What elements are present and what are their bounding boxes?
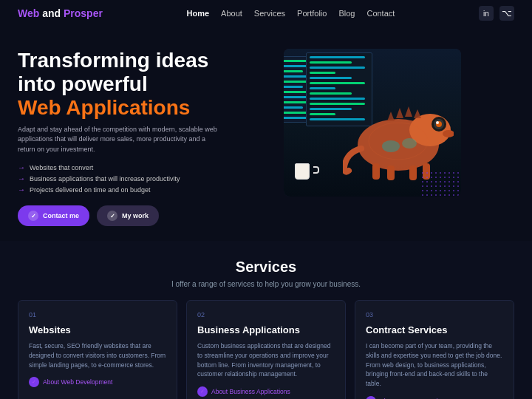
dots-decoration (420, 171, 461, 197)
service-num-2: 02 (197, 311, 335, 318)
contact-icon: ✓ (28, 211, 38, 221)
service-card-contract: 03 Contract Services I can become part o… (355, 300, 514, 399)
work-icon: ✓ (107, 211, 117, 221)
service-link-icon-1: ✓ (29, 377, 39, 387)
svg-marker-8 (396, 108, 403, 118)
bullet-2: Business applications that will increase… (18, 174, 269, 183)
svg-point-16 (382, 140, 400, 152)
hero-image (284, 49, 461, 197)
hero-title-line2: into powerful (18, 72, 148, 95)
code-line (310, 113, 335, 115)
services-section: Services I offer a range of services to … (0, 241, 532, 399)
nav-portfolio[interactable]: Portfolio (297, 9, 327, 18)
social-icons: in ⌥ (479, 6, 514, 21)
code-line (310, 56, 365, 58)
hero-title-highlight: Web Applications (18, 96, 190, 119)
contact-button[interactable]: ✓ Contact me (18, 205, 89, 226)
svg-rect-11 (372, 163, 380, 180)
service-name-3: Contract Services (366, 324, 503, 335)
service-num-1: 01 (29, 311, 166, 318)
svg-marker-10 (414, 109, 421, 118)
service-desc-2: Custom business applications that are de… (197, 341, 335, 379)
hero-bullets: Websites that convert Business applicati… (18, 163, 269, 194)
hero-image-container (284, 49, 461, 197)
nav-services[interactable]: Services (254, 9, 285, 18)
code-line (310, 66, 365, 69)
logo-text-and: and (39, 7, 64, 19)
nav-about[interactable]: About (221, 9, 242, 18)
nav-home[interactable]: Home (187, 9, 210, 18)
hero-title-line1: Transforming ideas (18, 49, 208, 72)
chameleon-image (343, 86, 454, 182)
code-line (310, 61, 352, 64)
service-card-apps: 02 Business Applications Custom business… (186, 300, 346, 399)
service-link-2[interactable]: ✓ About Business Applications (197, 386, 335, 397)
code-line (284, 106, 303, 109)
service-desc-3: I can become part of your team, providin… (366, 341, 503, 389)
service-link-1[interactable]: ✓ About Web Development (29, 377, 166, 387)
work-label: My work (122, 212, 149, 219)
nav-links: Home About Services Portfolio Blog Conta… (187, 9, 395, 18)
service-desc-1: Fast, secure, SEO friendly websites that… (29, 341, 166, 369)
service-link-label-1: About Web Development (43, 378, 112, 386)
svg-rect-13 (409, 166, 417, 180)
bullet-3: Projects delivered on time and on budget (18, 185, 269, 194)
svg-marker-7 (387, 112, 395, 121)
hero-buttons: ✓ Contact me ✓ My work (18, 205, 269, 226)
service-name-2: Business Applications (197, 324, 335, 335)
services-subtitle: I offer a range of services to help you … (18, 280, 514, 288)
service-name-1: Websites (29, 324, 166, 335)
svg-point-5 (436, 121, 439, 124)
services-grid: 01 Websites Fast, secure, SEO friendly w… (18, 300, 514, 399)
site-logo[interactable]: Web and Prosper (18, 7, 103, 19)
linkedin-icon[interactable]: in (479, 6, 494, 21)
nav-blog[interactable]: Blog (338, 9, 355, 18)
hero-title: Transforming ideas into powerful Web App… (18, 49, 269, 120)
contact-label: Contact me (43, 212, 79, 219)
code-line (310, 72, 335, 74)
code-line (284, 86, 303, 88)
bullet-1: Websites that convert (18, 163, 269, 171)
services-header: Services I offer a range of services to … (18, 259, 514, 288)
service-card-websites: 01 Websites Fast, secure, SEO friendly w… (18, 300, 177, 399)
svg-marker-9 (405, 106, 412, 117)
code-line (310, 82, 365, 84)
service-num-3: 03 (366, 311, 503, 318)
svg-rect-12 (387, 166, 395, 180)
hero-description: Adapt and stay ahead of the competition … (18, 125, 225, 155)
logo-text-prosper: Prosper (64, 7, 103, 19)
svg-point-17 (402, 138, 417, 149)
service-link-icon-2: ✓ (197, 386, 208, 397)
hero-content: Transforming ideas into powerful Web App… (18, 49, 269, 226)
logo-text-web: Web (18, 7, 39, 19)
services-title: Services (18, 259, 514, 276)
hero-section: Transforming ideas into powerful Web App… (0, 27, 532, 241)
github-icon[interactable]: ⌥ (499, 6, 514, 21)
code-line (284, 70, 303, 72)
code-line (310, 87, 335, 89)
nav-contact[interactable]: Contact (366, 9, 395, 18)
coffee-cup (295, 163, 313, 185)
service-link-icon-3: ✓ (366, 396, 376, 399)
service-link-3[interactable]: ✓ About Contract Services (366, 396, 503, 399)
navbar: Web and Prosper Home About Services Port… (0, 0, 532, 27)
my-work-button[interactable]: ✓ My work (97, 205, 159, 226)
code-line (310, 77, 352, 79)
service-link-label-2: About Business Applications (211, 388, 290, 395)
